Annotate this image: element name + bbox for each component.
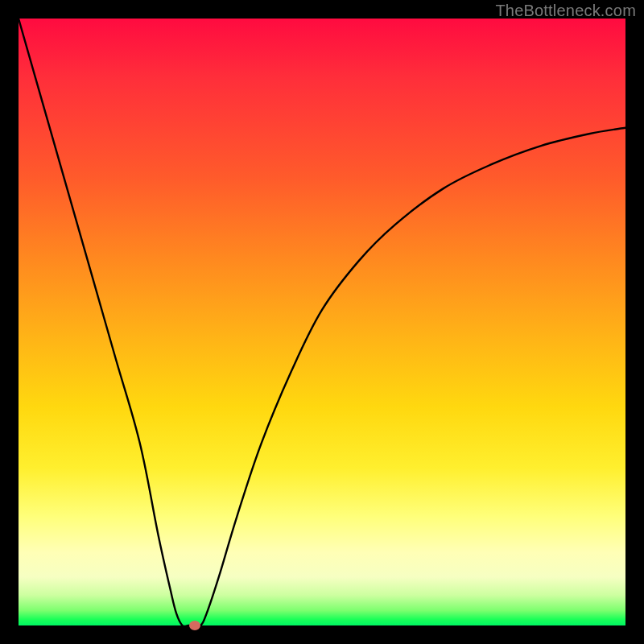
bottleneck-curve <box>19 19 625 625</box>
watermark-text: TheBottleneck.com <box>495 2 636 20</box>
curve-svg <box>19 19 625 625</box>
plot-area <box>19 19 625 625</box>
chart-frame: TheBottleneck.com <box>0 0 644 644</box>
min-point-marker <box>189 621 200 630</box>
